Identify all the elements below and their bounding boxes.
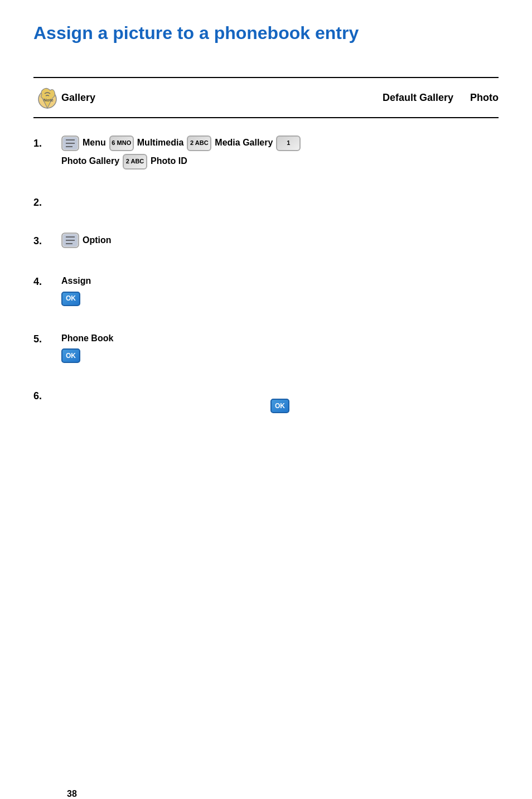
page-number: 38 xyxy=(67,789,77,799)
step-3: 3. Option xyxy=(33,233,499,251)
ok-button-5: OK xyxy=(61,348,80,363)
step-1-number: 1. xyxy=(33,135,61,151)
step-5-number: 5. xyxy=(33,331,61,347)
step-4-line-2: OK xyxy=(61,292,499,306)
step-6-content: OK xyxy=(61,388,499,415)
default-gallery-label: Default Gallery xyxy=(383,92,453,104)
step-6: 6. OK xyxy=(33,388,499,415)
media-gallery-text: Media Gallery xyxy=(215,135,273,151)
svg-text:Note: Note xyxy=(43,98,54,103)
step-6-number: 6. xyxy=(33,388,61,404)
step-6-line: OK xyxy=(61,399,499,413)
step-1-line-2: Photo Gallery 2 ABC Photo ID xyxy=(61,153,499,170)
ok-button-4: OK xyxy=(61,292,80,306)
note-icon: Note xyxy=(33,84,61,112)
phone-book-text: Phone Book xyxy=(61,331,113,347)
step-3-line: Option xyxy=(61,233,499,249)
assign-text: Assign xyxy=(61,273,91,289)
steps-container: 1. Menu 6 MNO Multimedia 2 ABC Media xyxy=(33,135,499,415)
step-1-content: Menu 6 MNO Multimedia 2 ABC Media Galler… xyxy=(61,135,499,172)
step-2-content xyxy=(61,194,499,210)
btn-1: 1 xyxy=(276,135,301,151)
step-4-content: Assign OK xyxy=(61,273,499,308)
step-1-line-1: Menu 6 MNO Multimedia 2 ABC Media Galler… xyxy=(61,135,499,151)
btn-6mno: 6 MNO xyxy=(109,135,134,151)
step-5-line-2: OK xyxy=(61,348,499,363)
page-title: Assign a picture to a phonebook entry xyxy=(33,22,499,43)
btn-2abc-2: 2 ABC xyxy=(123,154,147,170)
step-2: 2. xyxy=(33,194,499,210)
step-5: 5. Phone Book OK xyxy=(33,331,499,366)
step-5-content: Phone Book OK xyxy=(61,331,499,366)
option-text: Option xyxy=(83,233,112,249)
step-5-line-1: Phone Book xyxy=(61,331,499,347)
step-1: 1. Menu 6 MNO Multimedia 2 ABC Media xyxy=(33,135,499,172)
step-3-content: Option xyxy=(61,233,499,251)
step-2-number: 2. xyxy=(33,194,61,210)
step-4-line-1: Assign xyxy=(61,273,499,289)
step-4-number: 4. xyxy=(33,273,61,289)
btn-2abc-1: 2 ABC xyxy=(187,135,211,151)
photo-gallery-text: Photo Gallery xyxy=(61,153,119,170)
multimedia-text: Multimedia xyxy=(137,135,184,151)
menu-text: Menu xyxy=(83,135,106,151)
menu-soft-key-icon xyxy=(61,135,79,151)
photo-label: Photo xyxy=(470,92,499,104)
step-4: 4. Assign OK xyxy=(33,273,499,308)
ok-button-6: OK xyxy=(270,399,289,413)
photo-id-text: Photo ID xyxy=(151,153,187,170)
option-soft-key-icon xyxy=(61,233,79,248)
gallery-label: Gallery xyxy=(61,92,95,104)
header-row: Note Gallery Default Gallery Photo xyxy=(33,78,499,118)
header-right-labels: Default Gallery Photo xyxy=(383,92,499,104)
step-3-number: 3. xyxy=(33,233,61,249)
